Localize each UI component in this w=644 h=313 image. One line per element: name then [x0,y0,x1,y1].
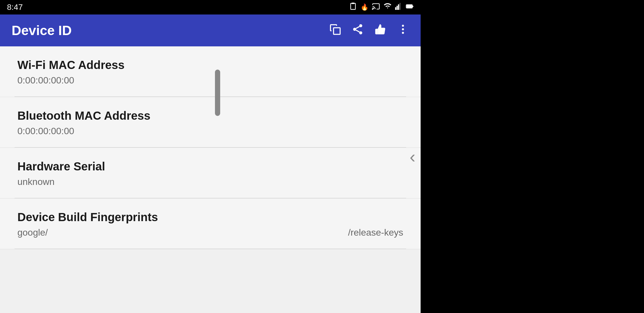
svg-rect-1 [351,3,355,10]
svg-line-15 [356,30,359,32]
svg-point-3 [372,9,373,9]
app-bar: Device ID [0,14,421,46]
svg-point-19 [402,32,404,34]
status-time: 8:47 [7,3,23,12]
list-item-wifi-mac[interactable]: Wi-Fi MAC Address 0:00:00:00:00 [0,46,421,97]
clipboard-icon [349,2,357,12]
status-icons: 🔥 [349,2,414,12]
page-title: Device ID [12,23,72,38]
cast-icon [372,2,380,12]
svg-rect-4 [395,7,396,10]
hw-serial-value: unknown [17,176,403,187]
right-bezel [421,0,644,313]
wifi-mac-label: Wi-Fi MAC Address [17,59,403,72]
svg-rect-7 [399,3,401,10]
bt-mac-value: 0:00:00:00:00 [17,126,403,137]
svg-rect-5 [397,6,398,10]
hw-serial-label: Hardware Serial [17,160,403,173]
svg-point-12 [359,24,362,27]
content-area: Wi-Fi MAC Address 0:00:00:00:00 Bluetoot… [0,46,421,313]
fingerprints-value-end: /release-keys [348,227,403,238]
battery-icon [406,2,414,12]
svg-point-18 [402,28,404,30]
scrollbar[interactable] [213,46,222,313]
svg-rect-6 [398,4,399,10]
scrollbar-thumb[interactable] [215,70,220,116]
wifi-icon [383,2,392,12]
fingerprints-value-row: google/ /release-keys [17,227,403,238]
app-bar-actions [329,23,409,38]
svg-point-14 [359,31,362,34]
fingerprints-value-start: google/ [17,227,48,238]
svg-rect-9 [412,6,413,7]
svg-rect-10 [407,5,412,8]
share-icon[interactable] [352,23,364,38]
svg-rect-2 [352,3,354,4]
status-bar: 8:47 🔥 [0,0,421,14]
fire-icon: 🔥 [361,3,368,11]
like-icon[interactable] [374,23,386,38]
list-item-hw-serial[interactable]: Hardware Serial unknown [0,148,421,199]
more-options-icon[interactable] [397,23,409,38]
side-chevron-icon[interactable]: ‹ [410,147,415,167]
wifi-mac-value: 0:00:00:00:00 [17,75,403,86]
svg-point-17 [402,25,404,27]
bt-mac-label: Bluetooth MAC Address [17,109,403,122]
list-item-fingerprints[interactable]: Device Build Fingerprints google/ /relea… [0,199,421,249]
svg-line-16 [356,26,359,28]
svg-rect-11 [334,28,340,34]
fingerprints-label: Device Build Fingerprints [17,211,403,224]
signal-icon [395,2,402,12]
list-item-bt-mac[interactable]: Bluetooth MAC Address 0:00:00:00:00 [0,97,421,148]
svg-point-13 [353,28,356,31]
copy-icon[interactable] [329,23,341,38]
